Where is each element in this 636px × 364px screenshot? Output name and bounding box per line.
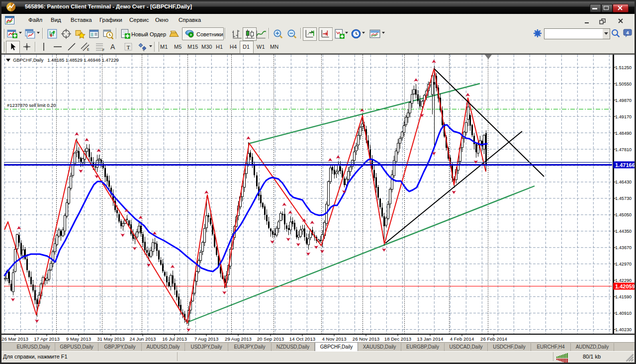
svg-text:1.48490: 1.48490 [615,131,632,136]
svg-text:#1237870 sell limit 0.20: #1237870 sell limit 0.20 [7,102,56,108]
svg-text:1.46430: 1.46430 [615,180,632,184]
svg-text:4 Feb 2014: 4 Feb 2014 [450,336,474,342]
svg-text:16 Jul 2013: 16 Jul 2013 [162,336,187,342]
svg-text:1.42290: 1.42290 [615,278,632,283]
svg-text:13 Jan 2014: 13 Jan 2014 [417,336,444,342]
svg-text:31 May 2013: 31 May 2013 [97,336,124,342]
svg-text:17 Apr 2013: 17 Apr 2013 [34,336,60,342]
svg-text:1.49170: 1.49170 [615,114,632,119]
svg-text:T: T [127,44,130,50]
svg-text:24 Jun 2013: 24 Jun 2013 [130,336,156,342]
svg-text:1.45730: 1.45730 [615,196,632,201]
svg-text:1.42059: 1.42059 [615,283,635,289]
svg-text:E: E [87,48,90,51]
svg-text:7 Aug 2013: 7 Aug 2013 [194,336,219,342]
svg-text:1.40230: 1.40230 [615,327,632,332]
svg-text:1.44350: 1.44350 [615,229,632,234]
svg-text:1.51250: 1.51250 [615,65,632,70]
svg-text:1.45050: 1.45050 [615,212,632,217]
svg-text:1.50550: 1.50550 [615,82,632,87]
svg-text:14 Oct 2013: 14 Oct 2013 [289,336,315,342]
svg-text:1.47166: 1.47166 [615,162,635,168]
svg-text:20 Sep 2013: 20 Sep 2013 [257,336,284,342]
svg-text:1.49870: 1.49870 [615,98,632,103]
svg-text:26 Nov 2013: 26 Nov 2013 [353,336,379,342]
svg-text:29 Aug 2013: 29 Aug 2013 [225,336,252,342]
svg-text:26 Mar 2013: 26 Mar 2013 [1,336,28,342]
svg-text:1.41590: 1.41590 [615,294,632,299]
svg-text:1.43670: 1.43670 [615,245,632,250]
svg-text:4: 4 [626,30,629,35]
svg-text:9 May 2013: 9 May 2013 [66,336,91,342]
svg-text:1.40910: 1.40910 [615,311,632,316]
svg-text:GBPCHF,Daily 1.48185 1.48529: GBPCHF,Daily 1.48185 1.48529 1.46946 1.4… [13,57,119,63]
svg-text:4 Nov 2013: 4 Nov 2013 [322,336,346,342]
svg-text:1.47810: 1.47810 [615,147,632,152]
svg-text:26 Feb 2014: 26 Feb 2014 [480,336,508,342]
svg-text:F: F [102,48,104,52]
svg-text:18 Dec 2013: 18 Dec 2013 [384,336,411,342]
svg-text:1.42970: 1.42970 [615,262,632,267]
